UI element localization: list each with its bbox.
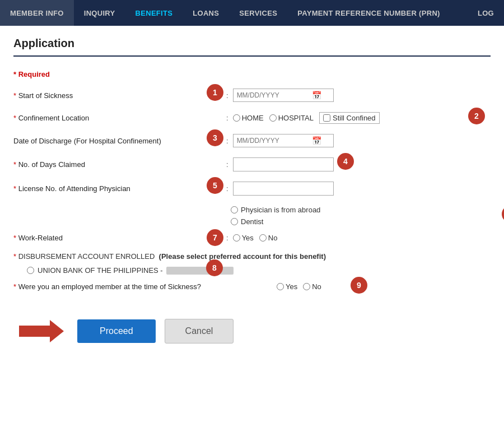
employed-no-radio[interactable] [303,283,310,290]
bank-label: UNION BANK OF THE PHILIPPINES - [38,266,163,275]
employed-radio-group: Yes No [277,282,321,291]
proceed-button[interactable]: Proceed [77,319,156,343]
badge-4: 4 [337,153,354,170]
discharge-input[interactable] [237,137,310,145]
colon-1: : [226,91,228,100]
physician-abroad-radio[interactable] [231,206,238,213]
navbar: MEMBER INFO INQUIRY BENEFITS LOANS SERVI… [0,0,504,26]
red-arrow-icon [19,320,64,342]
employed-no[interactable]: No [303,282,321,291]
required-star-1: * [13,91,18,100]
colon-4: : [226,160,228,169]
license-input[interactable] [233,182,334,196]
work-related-radio-group: Yes No [233,234,278,242]
discharge-label: Date of Discharge (For Hospital Confinem… [13,137,226,145]
work-related-label: * Work-Related [13,234,226,242]
nav-prn[interactable]: PAYMENT REFERENCE NUMBER (PRN) [287,0,450,26]
work-related-row: * Work-Related 7 : Yes No [13,234,491,242]
confinement-label: * Confinement Location [13,114,226,122]
badge-8: 8 [206,259,223,276]
still-confined-checkbox[interactable] [323,114,330,122]
employed-yes-radio[interactable] [277,283,284,290]
badge-5: 5 [207,177,223,194]
discharge-row: Date of Discharge (For Hospital Confinem… [13,134,491,147]
days-claimed-input[interactable] [233,157,334,171]
work-related-yes[interactable]: Yes [233,234,254,242]
nav-inquiry[interactable]: INQUIRY [74,0,125,26]
work-related-no-label: No [268,234,278,242]
days-claimed-label: * No. of Days Claimed [13,160,226,169]
discharge-input-wrapper[interactable]: 📅 [233,134,334,147]
colon-7: : [226,234,228,242]
physician-options: 6 Physician is from abroad Dentist [231,206,491,226]
nav-loans[interactable]: LOANS [183,0,229,26]
confinement-home-option[interactable]: HOME [233,114,264,122]
confinement-hospital-label: HOSPITAL [278,114,314,122]
work-related-yes-label: Yes [242,234,254,242]
license-row: * License No. of Attending Physician 5 : [13,182,491,196]
union-bank-radio[interactable] [27,267,34,274]
required-star-4: * [13,160,18,169]
required-star-8: * [13,252,18,261]
svg-marker-0 [19,320,64,342]
nav-services[interactable]: SERVICES [229,0,287,26]
physician-abroad-option[interactable]: Physician is from abroad [231,206,491,214]
employed-row: * Were you an employed member at the tim… [13,282,491,291]
work-related-no[interactable]: No [259,234,278,242]
confinement-home-label: HOME [242,114,264,122]
nav-log[interactable]: LOG [468,0,504,26]
colon-2: : [226,114,228,122]
still-confined-label: Still Confined [333,114,376,122]
disbursement-heading: DISBURSEMENT ACCOUNT ENROLLED [18,252,155,261]
badge-3: 3 [207,129,223,146]
confinement-hospital-option[interactable]: HOSPITAL [269,114,314,122]
badge-9: 9 [351,277,367,294]
confinement-radio-group: HOME HOSPITAL Still Confined [233,112,380,124]
work-related-no-radio[interactable] [259,234,267,242]
colon-5: : [226,184,228,193]
required-star-2: * [13,114,18,122]
calendar-icon-1[interactable]: 📅 [312,91,321,100]
license-label: * License No. of Attending Physician [13,184,226,193]
days-claimed-row: * No. of Days Claimed : 4 [13,157,491,171]
dentist-radio[interactable] [231,218,238,225]
button-row: Proceed Cancel [13,319,491,343]
work-related-yes-radio[interactable] [233,234,240,242]
badge-7: 7 [207,229,223,246]
nav-benefits[interactable]: BENEFITS [125,0,183,26]
required-star-7: * [13,234,18,242]
dentist-label: Dentist [241,217,263,226]
required-star-5: * [13,184,18,193]
disbursement-section-label: * DISBURSEMENT ACCOUNT ENROLLED (Please … [13,252,491,261]
start-of-sickness-input-wrapper[interactable]: 📅 [233,89,334,102]
employed-no-label: No [312,282,321,291]
cancel-button[interactable]: Cancel [165,319,234,343]
nav-member-info[interactable]: MEMBER INFO [0,0,74,26]
physician-abroad-label: Physician is from abroad [241,206,320,214]
confinement-hospital-radio[interactable] [269,114,277,122]
page-content: Application * Required * Start of Sickne… [0,26,504,355]
dentist-option[interactable]: Dentist [231,217,491,226]
calendar-icon-2[interactable]: 📅 [312,136,321,145]
badge-1: 1 [207,84,223,101]
still-confined-wrapper[interactable]: Still Confined [319,112,380,124]
start-of-sickness-input[interactable] [237,91,310,99]
confinement-home-radio[interactable] [233,114,240,122]
disbursement-option: 8 UNION BANK OF THE PHILIPPINES - [27,266,491,275]
required-star-9: * [13,282,18,291]
disbursement-note: (Please select preferred account for thi… [159,252,326,261]
red-arrow-wrapper [19,320,64,342]
required-note: * Required [13,70,491,78]
badge-2: 2 [468,108,485,124]
page-title: Application [13,37,491,57]
start-of-sickness-label: * Start of Sickness [13,91,226,100]
employed-yes-label: Yes [286,282,297,291]
confinement-row: * Confinement Location : HOME HOSPITAL S… [13,112,491,124]
badge-6: 6 [502,206,504,222]
bank-option[interactable]: UNION BANK OF THE PHILIPPINES - [27,266,234,275]
employed-label: * Were you an employed member at the tim… [13,282,277,291]
employed-yes[interactable]: Yes [277,282,297,291]
colon-3: : [226,137,228,145]
start-of-sickness-row: * Start of Sickness 1 : 📅 [13,89,491,102]
bank-account-mask [166,267,234,275]
